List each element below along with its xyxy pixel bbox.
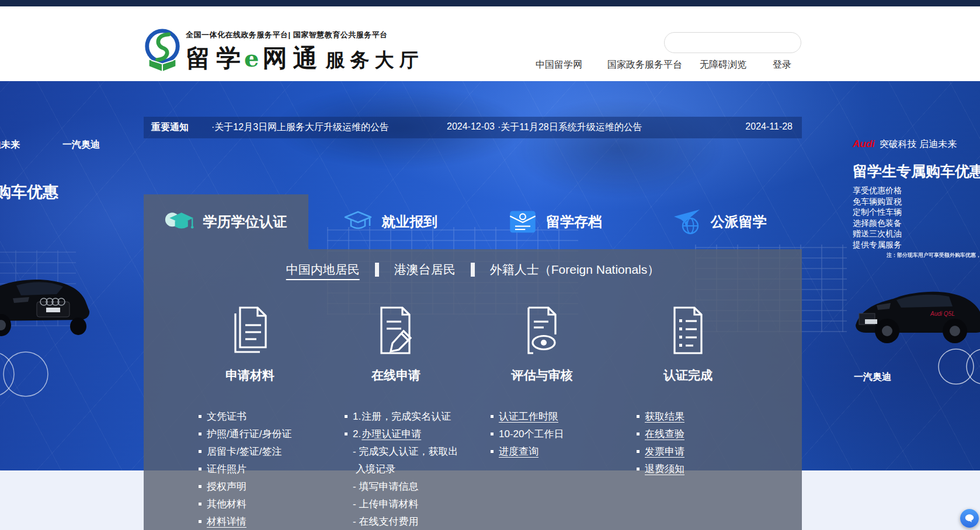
benefit-item: 赠送三次机油 (853, 228, 902, 239)
nav-link-csa[interactable]: 中国留学网 (536, 59, 582, 71)
list-item: 入境记录 (345, 461, 469, 478)
processing-time-link[interactable]: 认证工作时限 (491, 408, 615, 426)
notice-link-2[interactable]: ·关于11月28日系统升级运维的公告 (498, 121, 642, 134)
ad-left-headline-cut: 购车优惠 (0, 182, 58, 203)
step-title: 在线申请 (323, 367, 469, 383)
refund-notes-link[interactable]: 退费须知 (637, 461, 761, 478)
audi-ad-right-banner[interactable]: Audi突破科技 启迪未来 留学生专属购车优惠 享受优惠价格 免车辆购置税 定制… (802, 81, 980, 470)
subtab-foreign-nationals[interactable]: 外籍人士（Foreign Nationals） (490, 261, 660, 278)
degree-certification-panel: 中国内地居民 港澳台居民 外籍人士（Foreign Nationals） 申请材… (144, 249, 802, 530)
study-abroad-service-hall-page: 全国一体化在线政务服务平台| 国家智慧教育公共服务平台 留学e网通服务大厅 中国… (0, 0, 980, 530)
subtab-separator (471, 263, 475, 277)
nav-link-gov-platform[interactable]: 国家政务服务平台 (607, 59, 682, 71)
step-title: 认证完成 (615, 367, 761, 383)
notice-date-1: 2024-12-03 (447, 121, 495, 132)
step-evaluation-review: 评估与审核 认证工作时限 10-20个工作日 进度查询 (469, 305, 615, 461)
list-item: 其他材料 (199, 496, 323, 513)
benefit-item: 提供专属服务 (853, 239, 902, 250)
progress-query-link[interactable]: 进度查询 (491, 443, 615, 461)
online-verify-link[interactable]: 在线查验 (637, 426, 761, 443)
search-box (664, 32, 801, 53)
chat-bubble-icon (964, 513, 975, 524)
site-title-part1: 留学 (186, 42, 246, 75)
resident-subtabs: 中国内地居民 港澳台居民 外籍人士（Foreign Nationals） (144, 261, 802, 278)
ad-right-disclaimer: 注：部分现车用户可享受额外购车优惠，详情请咨询一汽奥迪授权经销商 (887, 252, 980, 259)
step-title: 评估与审核 (469, 367, 615, 383)
audi-sedan-image (0, 255, 97, 343)
apply-certification-link[interactable]: 2.办理认证申请 (345, 426, 469, 443)
list-item: 1.注册，完成实名认证 (345, 408, 469, 426)
step-item-list: 1.注册，完成实名认证 2.办理认证申请 - 完成实人认证，获取出 入境记录 -… (323, 408, 469, 530)
tab-government-sponsored[interactable]: 公派留学 (637, 194, 802, 249)
material-details-link[interactable]: 材料详情 (199, 513, 323, 530)
subtab-hk-mo-tw-residents[interactable]: 港澳台居民 (394, 261, 456, 278)
list-item: 证件照片 (199, 461, 323, 478)
service-tabs: 学历学位认证 就业报到 留学存档 (144, 194, 802, 249)
ad-right-benefit-list: 享受优惠价格 免车辆购置税 定制个性车辆 选择颜色装备 赠送三次机油 提供专属服… (853, 185, 902, 250)
benefit-item: 选择颜色装备 (853, 218, 902, 229)
step-title: 申请材料 (177, 367, 323, 383)
graduation-cap-icon (165, 208, 194, 235)
tab-degree-certification[interactable]: 学历学位认证 (144, 194, 308, 249)
tab-study-archive[interactable]: 留学存档 (473, 194, 638, 249)
top-strip (0, 0, 980, 6)
step-item-list: 认证工作时限 10-20个工作日 进度查询 (469, 408, 615, 461)
plane-globe-icon (673, 208, 702, 235)
site-title-part3: 网通 (262, 42, 323, 75)
ad-right-slogan: 突破科技 启迪未来 (880, 139, 957, 149)
invoice-request-link[interactable]: 发票申请 (637, 443, 761, 461)
list-item: 居留卡/签证/签注 (199, 443, 323, 461)
list-item: 授权声明 (199, 478, 323, 496)
list-item: - 完成实人认证，获取出 (345, 443, 469, 461)
notice-bar: 重要通知 ·关于12月3日网上服务大厅升级运维的公告 2024-12-03 ·关… (144, 117, 802, 138)
audi-suv-image: Audi Q5L (849, 269, 980, 354)
circles-decor (937, 347, 980, 388)
step-item-list: 获取结果 在线查验 发票申请 退费须知 (615, 408, 761, 478)
tab-label: 学历学位认证 (203, 212, 287, 231)
notice-label: 重要通知 (151, 121, 189, 134)
step-online-application: 在线申请 1.注册，完成实名认证 2.办理认证申请 - 完成实人认证，获取出 入… (323, 305, 469, 530)
document-stack-icon (230, 305, 270, 355)
subtab-mainland-residents[interactable]: 中国内地居民 (286, 261, 360, 278)
tab-label: 公派留学 (711, 212, 767, 231)
benefit-item: 定制个性车辆 (853, 207, 902, 218)
ad-left-brand: 一汽奥迪 (62, 139, 100, 151)
document-eye-icon (522, 305, 562, 355)
site-title: 留学e网通服务大厅 (186, 42, 423, 75)
document-pencil-icon (376, 305, 416, 355)
nav-link-accessibility[interactable]: 无障碍浏览 (700, 59, 746, 71)
list-item: - 填写申请信息 (345, 478, 469, 496)
step-application-materials: 申请材料 文凭证书 护照/通行证/身份证 居留卡/签证/签注 证件照片 授权声明… (177, 305, 323, 530)
car-badge-text: Audi Q5L (930, 311, 955, 317)
subtab-separator (375, 263, 379, 277)
ad-right-headline: 留学生专属购车优惠 (853, 162, 980, 181)
site-logo-icon[interactable] (142, 27, 183, 73)
notice-date-2: 2024-11-28 (745, 121, 793, 132)
customer-service-chat-button[interactable] (960, 509, 979, 528)
benefit-item: 享受优惠价格 (853, 185, 902, 196)
step-certification-complete: 认证完成 获取结果 在线查验 发票申请 退费须知 (615, 305, 761, 478)
list-item: 护照/通行证/身份证 (199, 426, 323, 443)
map-decor (514, 99, 724, 198)
get-result-link[interactable]: 获取结果 (637, 408, 761, 426)
site-tagline: 全国一体化在线政务服务平台| 国家智慧教育公共服务平台 (186, 30, 423, 40)
tab-employment-registration[interactable]: 就业报到 (308, 194, 473, 249)
tab-label: 留学存档 (546, 212, 602, 231)
audi-ad-left-banner[interactable]: 迪未来 一汽奥迪 购车优惠 (0, 81, 144, 470)
site-title-block: 全国一体化在线政务服务平台| 国家智慧教育公共服务平台 留学e网通服务大厅 (186, 30, 423, 75)
archive-envelope-icon (508, 208, 537, 235)
audi-logo-text: Audi (853, 138, 875, 149)
benefit-item: 免车辆购置税 (853, 196, 902, 207)
site-title-e: e (244, 44, 259, 72)
site-header: 全国一体化在线政务服务平台| 国家智慧教育公共服务平台 留学e网通服务大厅 中国… (0, 6, 980, 81)
list-item: 文凭证书 (199, 408, 323, 426)
search-input[interactable] (665, 33, 795, 53)
list-item: - 上传申请材料 (345, 496, 469, 513)
circles-decor (0, 348, 57, 401)
step-item-list: 文凭证书 护照/通行证/身份证 居留卡/签证/签注 证件照片 授权声明 其他材料… (177, 408, 323, 530)
nav-link-login[interactable]: 登录 (773, 59, 791, 71)
notice-link-1[interactable]: ·关于12月3日网上服务大厅升级运维的公告 (211, 121, 389, 134)
list-item: - 在线支付费用 (345, 513, 469, 530)
ad-left-slogan-cut: 迪未来 (0, 139, 20, 151)
ad-right-slogan-row: Audi突破科技 启迪未来 (853, 138, 957, 151)
